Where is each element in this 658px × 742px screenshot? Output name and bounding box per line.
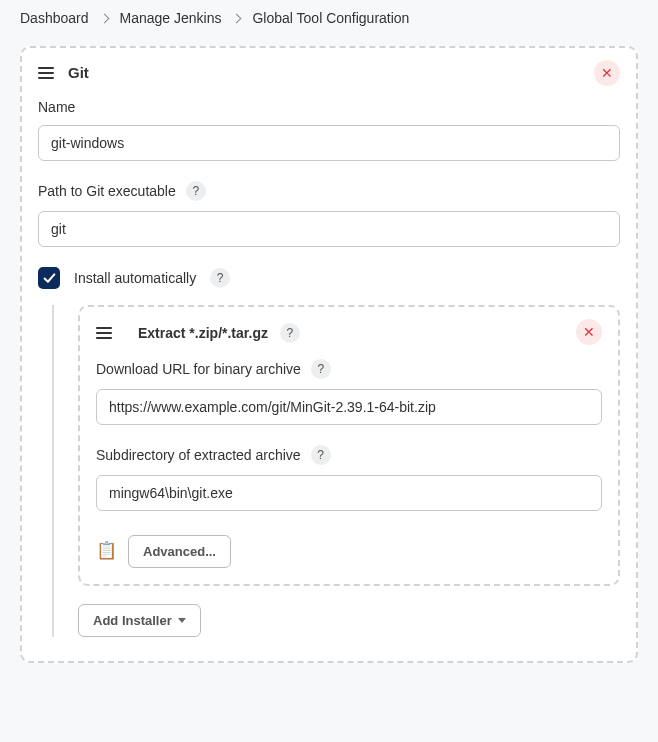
add-installer-button[interactable]: Add Installer bbox=[78, 604, 201, 637]
breadcrumb-manage-jenkins[interactable]: Manage Jenkins bbox=[120, 10, 222, 26]
subdir-input[interactable] bbox=[96, 475, 602, 511]
drag-handle-icon[interactable] bbox=[96, 327, 112, 339]
advanced-button[interactable]: Advanced... bbox=[128, 535, 231, 568]
chevron-right-icon bbox=[232, 13, 242, 23]
install-auto-checkbox[interactable] bbox=[38, 267, 60, 289]
path-label: Path to Git executable bbox=[38, 183, 176, 199]
subdir-label: Subdirectory of extracted archive bbox=[96, 447, 301, 463]
add-installer-label: Add Installer bbox=[93, 613, 172, 628]
close-button[interactable]: ✕ bbox=[594, 60, 620, 86]
breadcrumb: Dashboard Manage Jenkins Global Tool Con… bbox=[0, 0, 658, 36]
help-icon[interactable]: ? bbox=[186, 181, 206, 201]
name-label: Name bbox=[38, 99, 75, 115]
help-icon[interactable]: ? bbox=[280, 323, 300, 343]
drag-handle-icon[interactable] bbox=[38, 67, 54, 79]
install-auto-label: Install automatically bbox=[74, 270, 196, 286]
path-input[interactable] bbox=[38, 211, 620, 247]
help-icon[interactable]: ? bbox=[311, 445, 331, 465]
notepad-icon bbox=[96, 542, 116, 562]
name-input[interactable] bbox=[38, 125, 620, 161]
git-tool-panel: Git ✕ Name Path to Git executable ? Inst… bbox=[20, 46, 638, 663]
breadcrumb-dashboard[interactable]: Dashboard bbox=[20, 10, 89, 26]
download-url-label: Download URL for binary archive bbox=[96, 361, 301, 377]
download-url-input[interactable] bbox=[96, 389, 602, 425]
caret-down-icon bbox=[178, 618, 186, 623]
panel-title-git: Git bbox=[68, 64, 89, 81]
close-button[interactable]: ✕ bbox=[576, 319, 602, 345]
advanced-button-label: Advanced... bbox=[143, 544, 216, 559]
check-icon bbox=[43, 272, 56, 285]
chevron-right-icon bbox=[99, 13, 109, 23]
help-icon[interactable]: ? bbox=[210, 268, 230, 288]
breadcrumb-global-tool-config[interactable]: Global Tool Configuration bbox=[252, 10, 409, 26]
installer-title: Extract *.zip/*.tar.gz bbox=[138, 325, 268, 341]
section-divider bbox=[52, 305, 54, 637]
extract-installer-panel: Extract *.zip/*.tar.gz ? ✕ Download URL … bbox=[78, 305, 620, 586]
help-icon[interactable]: ? bbox=[311, 359, 331, 379]
